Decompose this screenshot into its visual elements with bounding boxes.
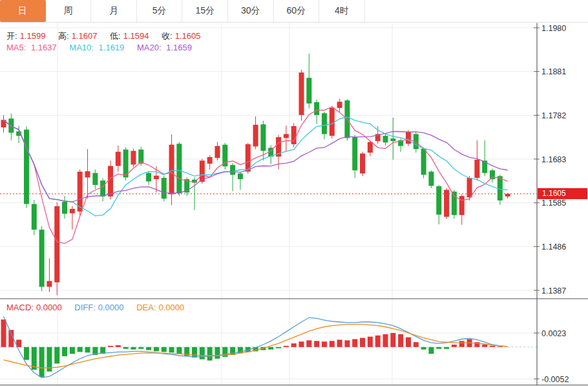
close-value: 1.1605 xyxy=(175,31,201,41)
tab-15min[interactable]: 15分 xyxy=(182,0,228,22)
dea-label: DEA: xyxy=(136,303,156,312)
tab-day[interactable]: 日 xyxy=(0,0,46,22)
macd-axis: 0.0023-0.0052 xyxy=(534,329,569,384)
tab-week[interactable]: 周 xyxy=(46,0,92,22)
chart-canvas[interactable]: 1.19801.18811.17821.16831.15851.14861.13… xyxy=(0,0,588,386)
ma20-value: 1.1659 xyxy=(166,43,192,52)
open-label: 开: xyxy=(6,31,17,41)
open-value: 1.1599 xyxy=(20,31,46,41)
svg-text:1.1585: 1.1585 xyxy=(541,198,566,208)
diff-value: 0.0000 xyxy=(98,303,124,312)
macd-value: 0.0000 xyxy=(36,303,62,312)
svg-text:1.1683: 1.1683 xyxy=(541,155,566,164)
high-label: 高: xyxy=(58,31,69,41)
svg-text:-0.0052: -0.0052 xyxy=(541,375,569,384)
macd-dea-line xyxy=(4,325,508,368)
tab-30min[interactable]: 30分 xyxy=(228,0,274,22)
low-value: 1.1594 xyxy=(123,31,149,41)
ma-legend: MA5: 1.1637 MA10: 1.1619 MA20: 1.1659 xyxy=(6,43,202,52)
last-price-tag: 1.1605 xyxy=(538,188,587,199)
low-label: 低: xyxy=(110,31,121,41)
ma10-label: MA10: xyxy=(69,43,94,52)
macd-histogram xyxy=(1,319,503,377)
tab-60min[interactable]: 60分 xyxy=(274,0,320,22)
candles-layer xyxy=(1,54,510,295)
svg-text:1.1881: 1.1881 xyxy=(541,67,566,76)
close-label: 收: xyxy=(162,31,173,41)
tab-4hour[interactable]: 4时 xyxy=(319,0,365,22)
diff-label: DIFF: xyxy=(74,303,96,312)
svg-text:1.1486: 1.1486 xyxy=(541,242,566,252)
macd-legend: MACD:0.0000 DIFF:0.0000 DEA:0.0000 xyxy=(6,303,194,312)
ma20-label: MA20: xyxy=(137,43,162,52)
svg-text:1.1387: 1.1387 xyxy=(541,286,566,295)
tab-month[interactable]: 月 xyxy=(91,0,137,22)
dea-value: 0.0000 xyxy=(159,303,185,312)
macd-label: MACD: xyxy=(6,303,34,312)
period-tabbar: 日周月5分15分30分60分4时 xyxy=(0,0,588,23)
tab-5min[interactable]: 5分 xyxy=(137,0,183,22)
ma5-value: 1.1637 xyxy=(31,43,57,52)
ma10-value: 1.1619 xyxy=(99,43,125,52)
high-value: 1.1607 xyxy=(72,31,98,41)
ohlc-legend: 开:1.1599 高:1.1607 低:1.1594 收:1.1605 xyxy=(6,30,211,42)
svg-text:1.1782: 1.1782 xyxy=(541,111,566,120)
svg-text:1.1980: 1.1980 xyxy=(541,24,566,33)
ma5-label: MA5: xyxy=(6,43,26,52)
svg-text:0.0023: 0.0023 xyxy=(541,329,566,338)
price-axis: 1.19801.18811.17821.16831.15851.14861.13… xyxy=(534,24,566,295)
